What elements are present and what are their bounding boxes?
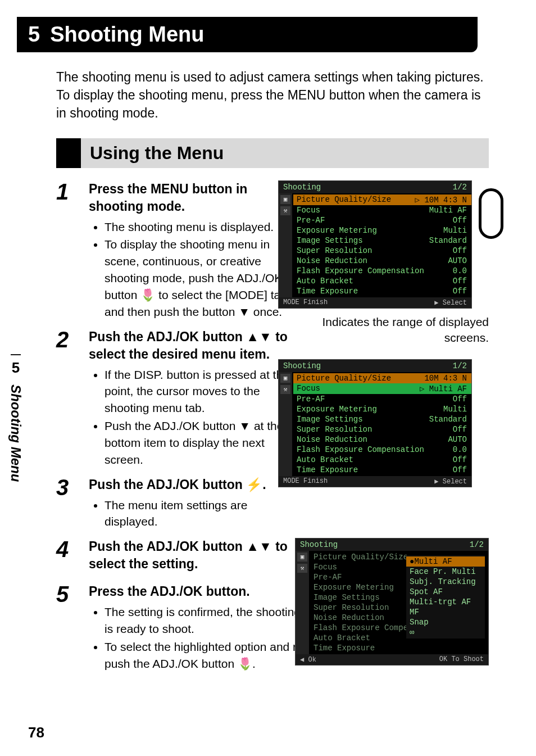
menu-row-label: Time Exposure [297, 287, 358, 296]
menu-row: Focus▷ Multi AF [293, 383, 471, 394]
menu-row: Super ResolutionOff [293, 246, 471, 256]
menu-row-value: Off [453, 287, 467, 296]
step-bullet: Push the ADJ./OK button ▼ at the bottom … [105, 418, 297, 468]
focus-option: MF [406, 607, 485, 617]
shot2-foot-l: MODE Finish [283, 477, 328, 486]
menu-row-value: Off [453, 395, 467, 404]
menu-row-label: Pre-AF [297, 216, 325, 225]
menu-row-label: Auto Bracket [297, 455, 353, 464]
chapter-header: 5 Shooting Menu [17, 17, 478, 52]
tools-icon: ⚒ [280, 206, 290, 215]
chapter-number: 5 [28, 22, 40, 47]
menu-row-label: Pre-AF [297, 395, 325, 404]
focus-options-list: ●Multi AFFace Pr. MultiSubj. TrackingSpo… [406, 555, 485, 639]
screenshot-3: Shooting 1/2 ▣⚒ Picture Quality/SizeFocu… [295, 538, 489, 666]
screenshot-1: Shooting 1/2 ▣⚒ Picture Quality/Size▷ 10… [278, 180, 472, 309]
menu-row-value: Multi [443, 405, 467, 414]
step-number: 2 [56, 328, 79, 469]
menu-row-label: Focus [314, 563, 337, 572]
step-heading: Push the ADJ./OK button ⚡. [89, 476, 297, 494]
menu-row-value: Off [453, 455, 467, 464]
tools-icon: ⚒ [297, 564, 307, 573]
focus-option: Multi-trgt AF [406, 597, 485, 607]
menu-row-label: Auto Bracket [314, 633, 370, 642]
menu-row: Flash Exposure Compensation0.0 [293, 266, 471, 276]
menu-row: Auto BracketOff [293, 455, 471, 465]
step-bullet: The shooting menu is displayed. [105, 219, 297, 236]
menu-row-label: Time Exposure [297, 465, 358, 474]
menu-row-label: Image Settings [297, 236, 363, 245]
menu-row: Noise ReductionAUTO [293, 256, 471, 266]
menu-row-value: AUTO [448, 435, 467, 444]
menu-row: Exposure MeteringMulti [293, 404, 471, 414]
shot1-foot-l: MODE Finish [283, 298, 328, 307]
menu-row-value: Standard [429, 415, 467, 424]
menu-row-label: Exposure Metering [314, 583, 394, 592]
step-bullet: If the DISP. button is pressed at this p… [105, 366, 297, 417]
menu-row: Pre-AFOff [293, 394, 471, 404]
menu-row-value: Off [453, 425, 467, 434]
shot1-title: Shooting [283, 183, 321, 192]
step-number: 1 [56, 180, 79, 322]
menu-row-label: Super Resolution [314, 603, 389, 612]
shot1-foot-r: ▶ Select [434, 298, 467, 307]
side-tab: — 5 Shooting Menu [0, 348, 31, 482]
side-tab-number: 5 [0, 359, 31, 377]
screenshot-3-wrap: Shooting 1/2 ▣⚒ Picture Quality/SizeFocu… [295, 538, 489, 666]
pager-indicator-circle [479, 188, 503, 239]
menu-row: Pre-AFOff [293, 215, 471, 225]
step-number: 3 [56, 476, 79, 532]
menu-row: Flash Exposure Compensation0.0 [293, 445, 471, 455]
menu-row-label: Picture Quality/Size [297, 374, 391, 383]
shot2-foot-r: ▶ Select [434, 477, 467, 486]
menu-row: Picture Quality/Size▷ 10M 4:3 N [293, 194, 471, 205]
menu-row: Image SettingsStandard [293, 414, 471, 424]
step-bullet: To display the shooting menu in scene, c… [105, 236, 297, 320]
chapter-title: Shooting Menu [50, 22, 204, 47]
menu-row-value: 10M 4:3 N [424, 374, 467, 383]
menu-row-label: Noise Reduction [314, 613, 384, 622]
section-header: Using the Menu [56, 138, 489, 168]
menu-row: Noise ReductionAUTO [293, 434, 471, 445]
focus-option: Snap [406, 617, 485, 627]
menu-row-label: Flash Exposure Compensation [297, 445, 424, 454]
camera-icon: ▣ [280, 195, 290, 204]
step-heading: Push the ADJ./OK button ▲▼ to select the… [89, 328, 297, 363]
camera-icon: ▣ [280, 374, 290, 383]
shot2-title: Shooting [283, 361, 321, 370]
menu-row: FocusMulti AF [293, 205, 471, 215]
menu-row-label: Focus [297, 206, 320, 215]
shot1-page: 1/2 [453, 183, 467, 192]
menu-row-value: ▷ Multi AF [420, 384, 467, 393]
menu-row-label: Flash Exposure Compensation [297, 266, 424, 275]
step-number: 5 [56, 583, 79, 673]
intro-paragraph: The shooting menu is used to adjust came… [56, 68, 489, 123]
menu-row-label: Exposure Metering [297, 226, 377, 235]
menu-row-label: Focus [297, 384, 320, 393]
screenshots-column: Shooting 1/2 ▣⚒ Picture Quality/Size▷ 10… [278, 180, 489, 494]
tools-icon: ⚒ [280, 385, 290, 394]
menu-row-value: AUTO [448, 256, 467, 265]
shot3-foot-r: OK To Shoot [439, 655, 484, 664]
step-heading: Press the MENU button in shooting mode. [89, 180, 297, 215]
menu-row-value: Off [453, 277, 467, 286]
menu-row-label: Picture Quality/Size [297, 195, 391, 205]
menu-row-label: Exposure Metering [297, 405, 377, 414]
menu-row-value: ▷ 10M 4:3 N [415, 195, 467, 205]
side-tab-label: Shooting Menu [8, 384, 24, 482]
focus-option: ●Multi AF [406, 556, 485, 567]
menu-row-label: Image Settings [314, 593, 380, 602]
menu-row: Time ExposureOff [293, 286, 471, 296]
step-number: 4 [56, 538, 79, 576]
menu-row-label: Super Resolution [297, 246, 372, 255]
focus-option: ∞ [406, 627, 485, 637]
screenshot-1-wrap: Shooting 1/2 ▣⚒ Picture Quality/Size▷ 10… [278, 180, 489, 309]
menu-row-value: Multi [443, 226, 467, 235]
page-number: 78 [28, 724, 44, 741]
menu-row: Picture Quality/Size10M 4:3 N [293, 373, 471, 383]
shot3-title: Shooting [300, 540, 338, 549]
menu-row-label: Auto Bracket [297, 277, 353, 286]
menu-row-value: Off [453, 216, 467, 225]
section-block [56, 138, 81, 168]
menu-row-value: 0.0 [453, 266, 467, 275]
